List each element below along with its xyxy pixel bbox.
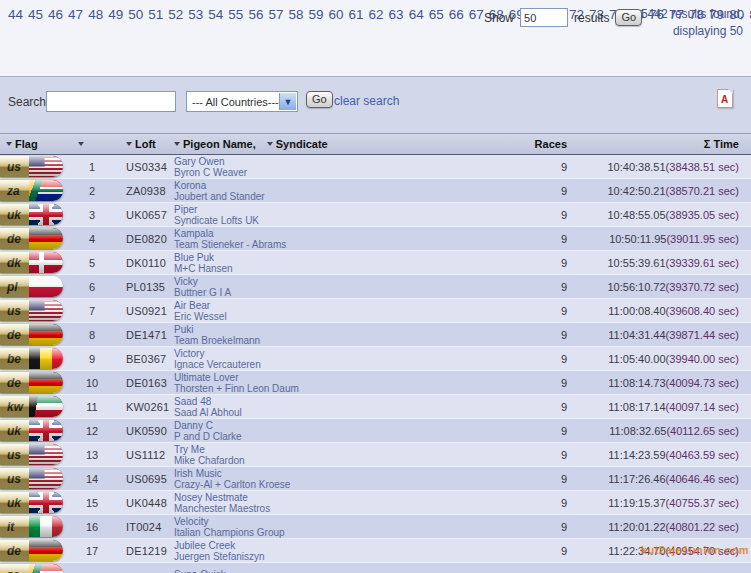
sort-down-icon[interactable]	[126, 142, 132, 146]
table-row: uk 12 UK0590 Danny C P and D Clarke 9 11…	[0, 419, 751, 443]
page-link[interactable]: 45	[28, 7, 43, 22]
races-cell: 9	[511, 497, 573, 509]
page-link[interactable]: 62	[369, 7, 384, 22]
page-link[interactable]: 64	[409, 7, 424, 22]
header-races[interactable]: Races	[511, 138, 573, 150]
pigeon-name-link[interactable]: Vicky	[174, 276, 511, 287]
pigeon-name-link[interactable]: Saad 48	[174, 396, 511, 407]
time-cell: 11:20:01.22(40801.22 sec)	[573, 521, 751, 533]
header-flag[interactable]: Flag	[0, 138, 66, 150]
search-go-button[interactable]: Go	[306, 91, 333, 108]
page-link[interactable]: 67	[469, 7, 484, 22]
header-time[interactable]: Σ Time	[573, 138, 751, 150]
syndicate-label: Saad Al Abhoul	[174, 407, 511, 418]
rank-cell: 16	[66, 521, 118, 533]
pigeon-cell: Supa Quick	[174, 569, 511, 573]
pigeon-name-link[interactable]: Gary Owen	[174, 156, 511, 167]
country-select[interactable]: --- All Countries--- ▼	[186, 91, 298, 112]
pigeon-name-link[interactable]: Piper	[174, 204, 511, 215]
sort-down-icon[interactable]	[78, 142, 84, 146]
pigeon-name-link[interactable]: Victory	[174, 348, 511, 359]
pigeon-name-link[interactable]: Try Me	[174, 444, 511, 455]
pigeon-name-link[interactable]: Velocity	[174, 516, 511, 527]
pigeon-cell: Gary Owen Byron C Weaver	[174, 156, 511, 178]
pigeon-name-link[interactable]: Korona	[174, 180, 511, 191]
page-link[interactable]: 54	[208, 7, 223, 22]
pigeon-cell: Piper Syndicate Lofts UK	[174, 204, 511, 226]
pigeon-name-link[interactable]: Puki	[174, 324, 511, 335]
flag-image	[29, 540, 63, 561]
page-link[interactable]: 59	[308, 7, 323, 22]
page-link[interactable]: 47	[68, 7, 83, 22]
table-row: de 8 DE1471 Puki Team Broekelmann 9 11:0…	[0, 323, 751, 347]
country-flag-icon: uk	[0, 204, 63, 225]
rank-cell: 14	[66, 473, 118, 485]
sort-down-icon[interactable]	[267, 142, 273, 146]
page-link[interactable]: 49	[108, 7, 123, 22]
country-code-label: kw	[0, 396, 29, 417]
page-link[interactable]: 51	[148, 7, 163, 22]
flag-image	[29, 372, 63, 393]
pigeon-name-link[interactable]: Supa Quick	[174, 569, 511, 573]
top-bar: 4445464748495051525354555657585960616263…	[0, 0, 751, 77]
loft-cell: ZA0938	[118, 185, 174, 197]
page-link[interactable]: 48	[88, 7, 103, 22]
header-syndicate[interactable]: Syndicate	[276, 138, 328, 150]
page-link[interactable]: 52	[168, 7, 183, 22]
loft-cell: DE1471	[118, 329, 174, 341]
page-link[interactable]: 58	[288, 7, 303, 22]
country-code-label: be	[0, 348, 29, 369]
page-link[interactable]: 46	[48, 7, 63, 22]
country-flag-icon: be	[0, 348, 63, 369]
chevron-down-icon[interactable]: ▼	[279, 93, 296, 110]
country-code-label: us	[0, 300, 29, 321]
pigeon-name-link[interactable]: Danny C	[174, 420, 511, 431]
page-link[interactable]: 53	[188, 7, 203, 22]
page-link[interactable]: 65	[429, 7, 444, 22]
pigeon-name-link[interactable]: Ultimate Lover	[174, 372, 511, 383]
page-link[interactable]: 66	[449, 7, 464, 22]
races-cell: 9	[511, 353, 573, 365]
pigeon-name-link[interactable]: Nosey Nestmate	[174, 492, 511, 503]
sort-down-icon[interactable]	[6, 142, 12, 146]
page-link[interactable]: 61	[349, 7, 364, 22]
loft-cell: UK0448	[118, 497, 174, 509]
flag-image	[29, 492, 63, 513]
races-cell: 9	[511, 473, 573, 485]
watermark: kut2aje1union.com	[641, 544, 749, 556]
header-rank-sort[interactable]	[66, 142, 118, 146]
table-row: dk 5 DK0110 Blue Puk M+C Hansen 9 10:55:…	[0, 251, 751, 275]
country-flag-icon: uk	[0, 492, 63, 513]
show-count-input[interactable]	[520, 8, 568, 27]
pigeon-name-link[interactable]: Kampala	[174, 228, 511, 239]
pigeon-name-link[interactable]: Blue Puk	[174, 252, 511, 263]
sort-down-icon[interactable]	[174, 142, 180, 146]
rank-cell: 6	[66, 281, 118, 293]
search-input[interactable]	[46, 91, 176, 112]
pigeon-name-link[interactable]: Irish Music	[174, 468, 511, 479]
page-link[interactable]: 63	[389, 7, 404, 22]
page-link[interactable]: 50	[128, 7, 143, 22]
clear-search-link[interactable]: clear search	[334, 94, 399, 108]
page-link[interactable]: 57	[268, 7, 283, 22]
races-cell: 9	[511, 329, 573, 341]
pigeon-name-link[interactable]: Air Bear	[174, 300, 511, 311]
page-link[interactable]: 56	[248, 7, 263, 22]
races-cell: 9	[511, 257, 573, 269]
races-cell: 9	[511, 425, 573, 437]
flag-cell: kw	[0, 396, 66, 417]
header-loft[interactable]: Loft	[118, 138, 174, 150]
show-go-button[interactable]: Go	[615, 9, 642, 26]
country-flag-icon: de	[0, 324, 63, 345]
table-row: us 1 US0334 Gary Owen Byron C Weaver 9 1…	[0, 155, 751, 179]
flag-image	[29, 444, 63, 465]
page-link[interactable]: 60	[329, 7, 344, 22]
races-cell: 9	[511, 401, 573, 413]
page-link[interactable]: 44	[8, 7, 23, 22]
flag-cell: de	[0, 228, 66, 249]
pdf-export-icon[interactable]	[717, 89, 733, 108]
loft-cell: DE0820	[118, 233, 174, 245]
page-link[interactable]: 55	[228, 7, 243, 22]
header-pigeon-name[interactable]: Pigeon Name,	[183, 138, 256, 150]
pigeon-name-link[interactable]: Jubilee Creek	[174, 540, 511, 551]
